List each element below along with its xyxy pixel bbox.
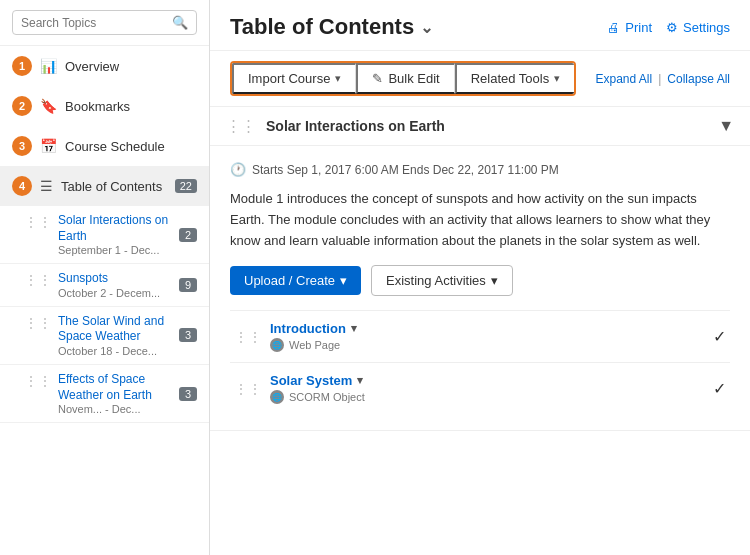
module-chevron-icon[interactable]: ▼ [718, 117, 734, 135]
upload-create-label: Upload / Create [244, 273, 335, 288]
module-title: Solar Interactions on Earth [266, 118, 718, 134]
check-icon: ✓ [713, 327, 726, 346]
activity-title[interactable]: Solar System ▾ [270, 373, 713, 388]
existing-activities-button[interactable]: Existing Activities ▾ [371, 265, 513, 296]
bulk-edit-icon: ✎ [372, 71, 383, 86]
content-area: ⋮⋮ Solar Interactions on Earth ▼ 🕐 Start… [210, 107, 750, 555]
main-header: Table of Contents ⌄ 🖨 Print ⚙ Settings [210, 0, 750, 51]
sidebar-item-table-of-contents[interactable]: 4 ☰ Table of Contents 22 [0, 166, 209, 206]
subitem-title: Effects of Space Weather on Earth [58, 372, 179, 403]
bulk-edit-button[interactable]: ✎ Bulk Edit [356, 63, 454, 94]
subitem-title: Solar Interactions on Earth [58, 213, 179, 244]
activity-drag-handle-icon: ⋮⋮ [234, 381, 262, 397]
drag-handle-icon: ⋮⋮ [24, 372, 52, 392]
toolbar-right: Expand All | Collapse All [595, 72, 730, 86]
activity-title-text: Solar System [270, 373, 352, 388]
subitem-title: The Solar Wind and Space Weather [58, 314, 179, 345]
module-dates-text: Starts Sep 1, 2017 6:00 AM Ends Dec 22, … [252, 163, 559, 177]
subitem-solar-wind[interactable]: ⋮⋮ The Solar Wind and Space Weather Octo… [0, 307, 209, 365]
check-icon: ✓ [713, 379, 726, 398]
nav-items: 1 📊 Overview 2 🔖 Bookmarks 3 📅 Course Sc… [0, 46, 209, 555]
activity-title-text: Introduction [270, 321, 346, 336]
gear-icon: ⚙ [666, 20, 678, 35]
subitem-info: Solar Interactions on Earth September 1 … [58, 213, 179, 256]
subitem-sunspots[interactable]: ⋮⋮ Sunspots October 2 - Decem... 9 [0, 264, 209, 307]
search-icon[interactable]: 🔍 [172, 15, 188, 30]
import-course-button[interactable]: Import Course ▾ [232, 63, 356, 94]
existing-activities-label: Existing Activities [386, 273, 486, 288]
search-box: 🔍 [0, 0, 209, 46]
globe-icon: 🌐 [270, 390, 284, 404]
subitem-effects-space[interactable]: ⋮⋮ Effects of Space Weather on Earth Nov… [0, 365, 209, 423]
nav-number-2: 2 [12, 96, 32, 116]
bulk-edit-label: Bulk Edit [388, 71, 439, 86]
subitem-badge: 2 [179, 228, 197, 242]
search-input[interactable] [21, 16, 172, 30]
activity-title[interactable]: Introduction ▾ [270, 321, 713, 336]
subitem-badge: 3 [179, 387, 197, 401]
divider: | [658, 72, 661, 86]
sidebar-item-overview[interactable]: 1 📊 Overview [0, 46, 209, 86]
toc-icon: ☰ [40, 178, 53, 194]
globe-icon: 🌐 [270, 338, 284, 352]
subitem-date: October 2 - Decem... [58, 287, 179, 299]
drag-handle-icon: ⋮⋮ [24, 314, 52, 334]
import-label: Import Course [248, 71, 330, 86]
module-dates: 🕐 Starts Sep 1, 2017 6:00 AM Ends Dec 22… [230, 162, 730, 177]
sidebar: 🔍 1 📊 Overview 2 🔖 Bookmarks 3 📅 Course … [0, 0, 210, 555]
upload-chevron-icon: ▾ [340, 273, 347, 288]
subitem-title: Sunspots [58, 271, 179, 287]
title-chevron-icon[interactable]: ⌄ [420, 18, 433, 37]
schedule-icon: 📅 [40, 138, 57, 154]
sidebar-item-label: Bookmarks [65, 99, 197, 114]
clock-icon: 🕐 [230, 162, 246, 177]
subitem-badge: 3 [179, 328, 197, 342]
drag-handle-icon: ⋮⋮ [24, 271, 52, 291]
subitem-date: September 1 - Dec... [58, 244, 179, 256]
activity-info: Solar System ▾ 🌐 SCORM Object [270, 373, 713, 404]
sidebar-subitems: ⋮⋮ Solar Interactions on Earth September… [0, 206, 209, 423]
subitem-solar-interactions[interactable]: ⋮⋮ Solar Interactions on Earth September… [0, 206, 209, 264]
activity-type: 🌐 Web Page [270, 338, 713, 352]
expand-all-button[interactable]: Expand All [595, 72, 652, 86]
toc-badge: 22 [175, 179, 197, 193]
module-drag-handle-icon: ⋮⋮ [226, 117, 256, 135]
related-tools-button[interactable]: Related Tools ▾ [455, 63, 575, 94]
sidebar-item-bookmarks[interactable]: 2 🔖 Bookmarks [0, 86, 209, 126]
module-header: ⋮⋮ Solar Interactions on Earth ▼ [210, 107, 750, 146]
sidebar-item-course-schedule[interactable]: 3 📅 Course Schedule [0, 126, 209, 166]
sidebar-item-label: Overview [65, 59, 197, 74]
settings-button[interactable]: ⚙ Settings [666, 20, 730, 35]
related-chevron-icon: ▾ [554, 72, 560, 85]
activity-info: Introduction ▾ 🌐 Web Page [270, 321, 713, 352]
bookmarks-icon: 🔖 [40, 98, 57, 114]
related-tools-label: Related Tools [471, 71, 550, 86]
drag-handle-icon: ⋮⋮ [24, 213, 52, 233]
activity-type-text: Web Page [289, 339, 340, 351]
main-title: Table of Contents ⌄ [230, 14, 433, 40]
activity-item-introduction: ⋮⋮ Introduction ▾ 🌐 Web Page ✓ [230, 310, 730, 362]
toolbar-left: Import Course ▾ ✎ Bulk Edit Related Tool… [230, 61, 576, 96]
header-actions: 🖨 Print ⚙ Settings [607, 20, 730, 35]
print-button[interactable]: 🖨 Print [607, 20, 652, 35]
import-chevron-icon: ▾ [335, 72, 341, 85]
activity-type-text: SCORM Object [289, 391, 365, 403]
activity-item-solar-system: ⋮⋮ Solar System ▾ 🌐 SCORM Object ✓ [230, 362, 730, 414]
subitem-info: Sunspots October 2 - Decem... [58, 271, 179, 299]
subitem-badge: 9 [179, 278, 197, 292]
activity-chevron-icon: ▾ [351, 322, 357, 335]
upload-create-button[interactable]: Upload / Create ▾ [230, 266, 361, 295]
nav-number-4: 4 [12, 176, 32, 196]
sidebar-item-label: Course Schedule [65, 139, 197, 154]
activity-chevron-icon: ▾ [357, 374, 363, 387]
module-body: 🕐 Starts Sep 1, 2017 6:00 AM Ends Dec 22… [210, 146, 750, 431]
overview-icon: 📊 [40, 58, 57, 74]
nav-number-3: 3 [12, 136, 32, 156]
subitem-date: October 18 - Dece... [58, 345, 179, 357]
subitem-date: Novem... - Dec... [58, 403, 179, 415]
print-label: Print [625, 20, 652, 35]
subitem-info: The Solar Wind and Space Weather October… [58, 314, 179, 357]
collapse-all-button[interactable]: Collapse All [667, 72, 730, 86]
search-input-wrap[interactable]: 🔍 [12, 10, 197, 35]
toolbar: Import Course ▾ ✎ Bulk Edit Related Tool… [210, 51, 750, 107]
